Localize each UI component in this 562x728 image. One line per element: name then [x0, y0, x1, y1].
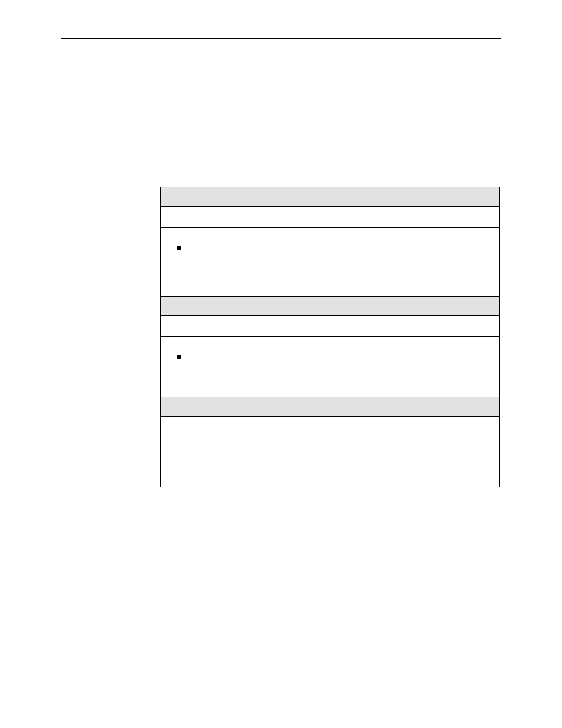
section-header-text — [161, 187, 499, 206]
section-sub — [161, 207, 500, 228]
list-item — [177, 352, 482, 359]
list-item — [177, 243, 482, 250]
section-body — [161, 437, 500, 487]
section-header — [161, 297, 500, 316]
section-sub-text — [161, 316, 499, 336]
section-header — [161, 397, 500, 417]
section-body — [161, 337, 500, 397]
page — [0, 0, 562, 728]
section-sub — [161, 417, 500, 437]
section-sub-text — [161, 207, 499, 227]
section-header-text — [161, 397, 499, 416]
info-table — [160, 187, 500, 487]
section-sub-text — [161, 417, 499, 437]
section-body-text — [161, 437, 499, 487]
section-sub — [161, 316, 500, 337]
section-body — [161, 228, 500, 297]
square-bullet-icon — [177, 246, 181, 250]
header-rule — [61, 38, 501, 39]
section-header — [161, 187, 500, 207]
section-header-text — [161, 297, 499, 315]
square-bullet-icon — [177, 355, 181, 359]
